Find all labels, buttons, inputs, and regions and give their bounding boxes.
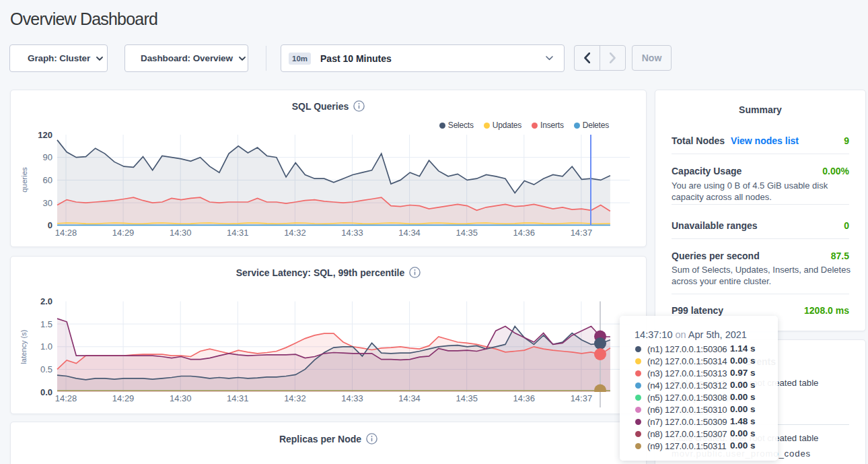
svg-text:14:35: 14:35 xyxy=(456,228,478,238)
svg-text:14:34: 14:34 xyxy=(398,228,421,238)
svg-text:0.0: 0.0 xyxy=(40,387,52,397)
svg-text:14:35: 14:35 xyxy=(456,393,478,403)
svg-text:0: 0 xyxy=(48,220,52,230)
svg-text:60: 60 xyxy=(43,175,52,185)
svg-text:14:36: 14:36 xyxy=(513,228,536,238)
svg-text:14:32: 14:32 xyxy=(284,228,306,238)
svg-text:30: 30 xyxy=(43,198,52,208)
svg-text:1.0: 1.0 xyxy=(40,341,52,352)
svg-text:14:29: 14:29 xyxy=(112,393,135,403)
svg-text:latency (s): latency (s) xyxy=(20,330,28,364)
svg-text:90: 90 xyxy=(43,152,52,162)
svg-text:14:30: 14:30 xyxy=(170,228,192,238)
svg-text:14:33: 14:33 xyxy=(341,228,363,238)
svg-text:14:31: 14:31 xyxy=(227,393,249,403)
svg-text:14:34: 14:34 xyxy=(398,393,421,403)
svg-text:14:36: 14:36 xyxy=(513,393,536,403)
svg-text:queries: queries xyxy=(20,167,28,193)
svg-text:14:32: 14:32 xyxy=(284,393,306,403)
svg-text:14:30: 14:30 xyxy=(170,393,192,403)
svg-text:14:29: 14:29 xyxy=(112,228,135,238)
svg-text:2.0: 2.0 xyxy=(40,296,52,306)
svg-text:14:31: 14:31 xyxy=(227,228,249,238)
svg-text:1.5: 1.5 xyxy=(40,319,52,329)
svg-text:14:28: 14:28 xyxy=(55,393,77,403)
svg-text:14:33: 14:33 xyxy=(341,393,363,403)
svg-text:0.5: 0.5 xyxy=(40,364,52,374)
svg-text:14:37: 14:37 xyxy=(571,228,593,238)
svg-text:14:37: 14:37 xyxy=(571,393,593,403)
svg-text:14:28: 14:28 xyxy=(55,228,77,238)
svg-text:120: 120 xyxy=(38,130,52,140)
